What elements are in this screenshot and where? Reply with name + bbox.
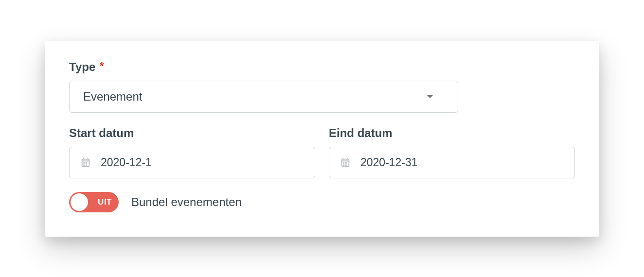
required-marker: * xyxy=(100,60,104,72)
bundle-toggle[interactable]: UIT xyxy=(69,192,119,212)
chevron-down-icon xyxy=(427,95,433,98)
end-date-value: 2020-12-31 xyxy=(360,156,418,169)
type-select-value: Evenement xyxy=(83,90,142,104)
calendar-icon xyxy=(340,157,351,168)
type-select-wrap: Evenement xyxy=(69,81,458,113)
form-card: Type * Evenement Start datum 2020-12-1 E… xyxy=(45,41,599,237)
end-date-col: Eind datum 2020-12-31 xyxy=(329,126,575,178)
type-select[interactable]: Evenement xyxy=(69,81,458,113)
calendar-icon xyxy=(80,157,91,168)
start-date-value: 2020-12-1 xyxy=(101,156,152,169)
start-date-input[interactable]: 2020-12-1 xyxy=(69,147,315,178)
end-date-input[interactable]: 2020-12-31 xyxy=(329,147,575,178)
end-date-label: Eind datum xyxy=(329,126,575,140)
start-date-label: Start datum xyxy=(69,126,315,140)
bundle-toggle-row: UIT Bundel evenementen xyxy=(69,192,575,212)
start-date-col: Start datum 2020-12-1 xyxy=(69,126,315,178)
bundle-toggle-label: Bundel evenementen xyxy=(131,195,242,209)
toggle-knob xyxy=(71,193,88,211)
date-row: Start datum 2020-12-1 Eind datum 2020-12… xyxy=(69,126,575,178)
type-label: Type * xyxy=(69,60,575,74)
toggle-state-text: UIT xyxy=(98,197,112,207)
type-label-text: Type xyxy=(69,60,95,73)
